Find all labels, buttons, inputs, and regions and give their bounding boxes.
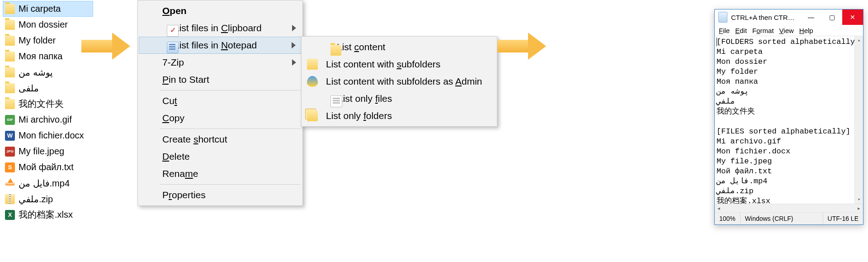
- menu-open[interactable]: Open: [139, 2, 302, 19]
- status-zoom: 100%: [715, 213, 740, 224]
- menu-format[interactable]: Format: [750, 27, 776, 34]
- file-name: Mon dossier: [19, 19, 68, 30]
- menu-rename[interactable]: Rename: [139, 165, 302, 182]
- menu-list-notepad[interactable]: List files in Notepad: [139, 37, 302, 54]
- menu-cut[interactable]: Cut: [139, 92, 302, 110]
- file-row[interactable]: My file.jpeg: [3, 143, 93, 159]
- minimize-button[interactable]: —: [801, 10, 821, 25]
- text-line: [717, 117, 861, 127]
- file-row[interactable]: پوشه من: [3, 64, 93, 80]
- shield-icon: [307, 76, 318, 87]
- menu-create-shortcut[interactable]: Create shortcut: [139, 131, 302, 148]
- submenu-list-only-files[interactable]: List only files: [302, 90, 496, 107]
- menu-delete[interactable]: Delete: [139, 148, 302, 165]
- file-name: فایل من.mp4: [19, 178, 70, 189]
- scroll-left-icon[interactable]: ◂: [715, 204, 723, 212]
- file-row[interactable]: Mon dossier: [3, 17, 93, 33]
- menu-label: List only folders: [326, 110, 392, 121]
- context-menu: Open List files in Clipboard List files …: [137, 0, 303, 206]
- txt-icon: [5, 162, 15, 172]
- arrow-icon: [497, 33, 549, 60]
- file-row[interactable]: Моя папка: [3, 48, 93, 64]
- text-area[interactable]: [FOLDERS sorted alphabetically]Mi carpet…: [715, 36, 863, 204]
- menu-file[interactable]: File: [717, 27, 732, 34]
- file-row[interactable]: Мой файл.txt: [3, 159, 93, 175]
- menu-label: Delete: [162, 151, 190, 162]
- file-row[interactable]: فایل من.mp4: [3, 175, 93, 191]
- submenu-list-admin[interactable]: List content with subfolders as Admin: [302, 73, 496, 90]
- file-name: پوشه من: [19, 67, 53, 78]
- menubar: File Edit Format View Help: [715, 25, 863, 36]
- arrow-icon: [81, 33, 133, 60]
- vertical-scrollbar[interactable]: ▴ ▾: [854, 36, 863, 204]
- folder-open-icon: [330, 45, 341, 56]
- folder-icon: [5, 99, 15, 109]
- file-row[interactable]: 我的档案.xlsx: [3, 207, 93, 223]
- xlsx-icon: [5, 210, 15, 220]
- scroll-right-icon[interactable]: ▸: [855, 204, 863, 212]
- menu-pin-to-start[interactable]: Pin to Start: [139, 71, 302, 88]
- menu-separator: [160, 129, 301, 129]
- scroll-down-icon[interactable]: ▾: [855, 195, 863, 204]
- maximize-button[interactable]: ▢: [821, 10, 842, 25]
- jpeg-icon: [5, 147, 15, 157]
- file-row[interactable]: ملفي.zip: [3, 191, 93, 207]
- menu-label: Properties: [162, 190, 206, 200]
- text-line: [FOLDERS sorted alphabetically]: [717, 37, 861, 47]
- explorer-file-list: Mi carpetaMon dossierMy folderМоя папкаپ…: [3, 1, 93, 223]
- file-name: Mon fichier.docx: [19, 130, 84, 141]
- horizontal-scrollbar[interactable]: ◂ ▸: [715, 204, 863, 212]
- submenu-list-subfolders[interactable]: List content with subfolders: [302, 56, 496, 73]
- submenu-list-content[interactable]: List content: [302, 38, 496, 56]
- window-title: CTRL+A then CTR…: [731, 14, 801, 21]
- menu-edit[interactable]: Edit: [733, 27, 749, 34]
- menu-properties[interactable]: Properties: [139, 186, 302, 204]
- file-row[interactable]: Mi carpeta: [3, 1, 93, 17]
- menu-label: Open: [162, 5, 187, 16]
- file-row[interactable]: 我的文件夹: [3, 96, 93, 112]
- text-line: 我的档案.xlsx: [717, 196, 861, 204]
- menu-label: Copy: [162, 113, 184, 124]
- folders-icon: [307, 110, 318, 121]
- chevron-right-icon: [292, 59, 296, 66]
- text-line: Моя папка: [717, 77, 861, 87]
- menu-7zip[interactable]: 7-Zip: [139, 54, 302, 71]
- file-name: Мой файл.txt: [19, 162, 74, 172]
- text-line: ملفي: [717, 97, 861, 107]
- file-row[interactable]: ملفى: [3, 80, 93, 96]
- menu-label: List content with subfolders: [326, 59, 440, 70]
- text-line: Mi carpeta: [717, 47, 861, 57]
- chevron-right-icon: [292, 42, 296, 48]
- titlebar[interactable]: CTRL+A then CTR… — ▢ ✕: [715, 10, 863, 25]
- notepad-window: CTRL+A then CTR… — ▢ ✕ File Edit Format …: [714, 9, 863, 225]
- file-row[interactable]: Mi archivo.gif: [3, 112, 93, 128]
- file-name: ملفي.zip: [19, 194, 53, 205]
- file-name: Моя папка: [19, 51, 63, 62]
- status-eol: Windows (CRLF): [740, 213, 823, 224]
- text-caret: [717, 38, 717, 46]
- menu-help[interactable]: Help: [797, 27, 816, 34]
- text-line: My folder: [717, 67, 861, 77]
- menu-list-clipboard[interactable]: List files in Clipboard: [139, 19, 302, 37]
- text-line: پوشه من: [717, 87, 861, 97]
- file-name: ملفى: [19, 83, 39, 94]
- file-row[interactable]: My folder: [3, 33, 93, 48]
- menu-view[interactable]: View: [777, 27, 796, 34]
- text-line: Мой файл.txt: [717, 167, 861, 176]
- file-icon: [330, 95, 342, 107]
- zip-icon: [5, 194, 15, 204]
- folder-icon: [5, 36, 15, 46]
- menu-copy[interactable]: Copy: [139, 110, 302, 127]
- submenu-list-only-folders[interactable]: List only folders: [302, 107, 496, 124]
- gif-icon: [5, 115, 15, 125]
- file-name: My file.jpeg: [19, 146, 64, 157]
- folder-icon: [5, 67, 15, 77]
- text-line: 我的文件夹: [717, 107, 861, 117]
- close-button[interactable]: ✕: [842, 10, 863, 25]
- folder-icon: [5, 83, 15, 93]
- file-name: Mi archivo.gif: [19, 114, 72, 125]
- file-row[interactable]: Mon fichier.docx: [3, 128, 93, 143]
- text-line: Mi archivo.gif: [717, 137, 861, 147]
- scroll-up-icon[interactable]: ▴: [855, 36, 863, 44]
- file-name: My folder: [19, 35, 56, 46]
